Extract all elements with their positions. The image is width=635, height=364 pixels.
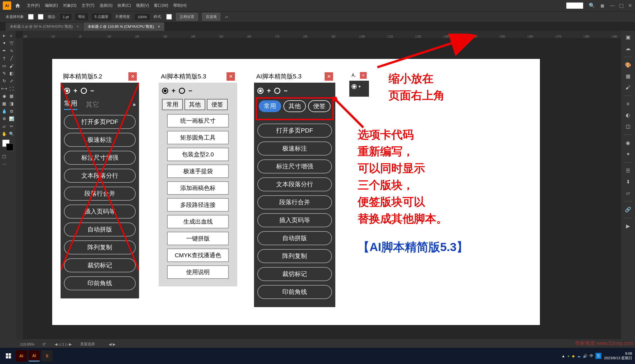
close-icon[interactable]: ✕ bbox=[227, 72, 235, 81]
canvas[interactable]: 2010010203040506070809010011012013014015… bbox=[16, 31, 621, 339]
script-button[interactable]: 打开多页PDF bbox=[64, 115, 136, 129]
shape-builder-tool-icon[interactable]: ◉ bbox=[1, 92, 8, 100]
play-icon[interactable]: ▶ bbox=[624, 222, 632, 230]
script-button[interactable]: 阵列复制 bbox=[64, 240, 136, 254]
script-button[interactable]: 印前角线 bbox=[257, 285, 332, 299]
script-button[interactable]: 标注尺寸增强 bbox=[64, 151, 136, 165]
script-button[interactable]: 极速标注 bbox=[64, 133, 136, 147]
scale-tool-icon[interactable]: ⤢ bbox=[8, 77, 15, 85]
script-button[interactable]: 插入页码等 bbox=[257, 213, 332, 227]
free-transform-tool-icon[interactable]: ⛶ bbox=[8, 85, 15, 92]
tray-icon[interactable]: ▲ bbox=[562, 354, 565, 358]
script-button[interactable]: 打开多页PDF bbox=[257, 124, 332, 138]
menu-object[interactable]: 对象(O) bbox=[63, 3, 77, 8]
direct-select-tool-icon[interactable]: ▹ bbox=[8, 32, 15, 39]
color-panel-icon[interactable]: 🎨 bbox=[624, 61, 632, 69]
color-picker[interactable] bbox=[2, 140, 13, 151]
stroke-width-field[interactable]: 1 pt bbox=[60, 14, 71, 20]
menu-edit[interactable]: 编辑(E) bbox=[45, 3, 58, 8]
radio-off-icon[interactable] bbox=[179, 88, 185, 94]
eyedropper-tool-icon[interactable]: 💧 bbox=[1, 108, 8, 115]
radio-off-icon[interactable] bbox=[274, 88, 280, 94]
links-panel-icon[interactable]: 🔗 bbox=[624, 205, 632, 214]
screen-mode-icon[interactable]: ▢ bbox=[1, 153, 8, 160]
taskbar-ai-icon[interactable]: Ai bbox=[16, 350, 27, 361]
script-button[interactable]: 阵列复制 bbox=[257, 249, 332, 263]
libraries-panel-icon[interactable]: ☁ bbox=[624, 44, 632, 53]
taskbar-ai-icon-active[interactable]: Ai bbox=[29, 350, 40, 361]
pen-tool-icon[interactable]: ✒ bbox=[1, 47, 8, 54]
lasso-tool-icon[interactable]: ➰ bbox=[8, 40, 15, 47]
close-tab-icon[interactable]: × bbox=[77, 24, 79, 29]
properties-panel-icon[interactable]: ▣ bbox=[624, 33, 632, 41]
line-tool-icon[interactable]: ╱ bbox=[8, 55, 15, 62]
doc-tab-2[interactable]: 未标题-2 @ 110.65 % (CMYK/CPU 预览) × bbox=[84, 22, 164, 31]
script-button[interactable]: 极速手提袋 bbox=[167, 164, 229, 178]
script-button[interactable]: 使用说明 bbox=[167, 265, 229, 279]
brushes-panel-icon[interactable]: 🖌 bbox=[624, 83, 632, 92]
script-button[interactable]: 自动拼版 bbox=[257, 231, 332, 245]
swatches-panel-icon[interactable]: ▦ bbox=[624, 72, 632, 80]
tray-volume-icon[interactable]: 🔊 bbox=[583, 354, 587, 358]
start-button-icon[interactable] bbox=[3, 350, 14, 361]
system-tray[interactable]: ▲ ● ◆ ☁ 🔊 中 五 bbox=[562, 353, 601, 359]
close-icon[interactable]: ✕ bbox=[325, 72, 333, 81]
close-icon[interactable]: ✕ bbox=[128, 72, 137, 81]
menu-effect[interactable]: 效果(C) bbox=[117, 3, 131, 8]
radio-on-icon[interactable] bbox=[352, 84, 357, 89]
close-icon[interactable]: ✕ bbox=[360, 72, 367, 79]
fill-swatch[interactable] bbox=[28, 14, 34, 20]
artboard-nav[interactable]: ◀ ◁ 1 ▷ ▶ bbox=[55, 342, 72, 346]
selection-tool-icon[interactable]: ▸ bbox=[1, 32, 8, 39]
asset-export-panel-icon[interactable]: ⬇ bbox=[624, 178, 632, 186]
win-maximize-icon[interactable]: ▢ bbox=[619, 3, 624, 9]
brush-tool-icon[interactable]: 🖌 bbox=[8, 62, 15, 69]
prefs-button[interactable]: 首选项 bbox=[202, 13, 220, 21]
transparency-panel-icon[interactable]: ◫ bbox=[624, 122, 632, 131]
script-button[interactable]: 自动拼版 bbox=[64, 222, 136, 237]
script-button[interactable]: 统一画板尺寸 bbox=[167, 114, 229, 127]
magic-wand-tool-icon[interactable]: ✦ bbox=[1, 40, 8, 47]
width-tool-icon[interactable]: ⟷ bbox=[1, 85, 8, 92]
script-button[interactable]: 裁切标记 bbox=[257, 267, 332, 281]
tab-notes[interactable]: 便签 bbox=[207, 99, 228, 110]
script-button[interactable]: 极速标注 bbox=[257, 142, 332, 156]
tray-ime-icon[interactable]: 中 bbox=[590, 353, 593, 358]
graphic-styles-panel-icon[interactable]: ✦ bbox=[624, 150, 632, 158]
layers-panel-icon[interactable]: ☰ bbox=[624, 166, 632, 175]
tray-icon[interactable]: ● bbox=[567, 354, 570, 358]
radio-on-icon[interactable] bbox=[64, 88, 70, 94]
perspective-tool-icon[interactable]: ▦ bbox=[8, 92, 15, 100]
more-icon[interactable]: » bbox=[133, 101, 136, 108]
curvature-tool-icon[interactable]: ∿ bbox=[8, 47, 15, 54]
radio-off-icon[interactable] bbox=[81, 88, 87, 94]
rotate-angle[interactable]: 0° bbox=[43, 342, 46, 346]
eraser-tool-icon[interactable]: ◧ bbox=[8, 70, 15, 77]
tray-icon[interactable]: ◆ bbox=[572, 354, 575, 358]
menu-select[interactable]: 选择(S) bbox=[100, 3, 113, 8]
search-icon[interactable]: 🔍 bbox=[589, 3, 595, 9]
rotate-tool-icon[interactable]: ↻ bbox=[1, 77, 8, 85]
script-button[interactable]: 印前角线 bbox=[64, 276, 136, 290]
script-button[interactable]: 添加画稿色标 bbox=[167, 181, 229, 195]
script-button[interactable]: 裁切标记 bbox=[64, 258, 136, 272]
gradient-panel-icon[interactable]: ◐ bbox=[624, 111, 632, 119]
zoom-tool-icon[interactable]: 🔍 bbox=[8, 130, 15, 138]
artboard-tool-icon[interactable]: ▱ bbox=[1, 123, 8, 130]
radio-on-icon[interactable] bbox=[257, 88, 264, 94]
slice-tool-icon[interactable]: ✂ bbox=[8, 123, 15, 130]
taskbar-clock[interactable]: 9:06 2023/8/13 星期日 bbox=[604, 351, 632, 360]
tab-notes[interactable]: 便签 bbox=[308, 100, 331, 112]
symbol-spray-tool-icon[interactable]: ✲ bbox=[1, 115, 8, 122]
doc-tab-1[interactable]: 未标题-2.ai @ 50 % (CMYK/CPU 预览) × bbox=[6, 22, 83, 31]
script-button[interactable]: 文本段落分行 bbox=[64, 169, 136, 183]
menu-view[interactable]: 视图(V) bbox=[136, 3, 149, 8]
opacity-field[interactable]: 100% bbox=[135, 14, 149, 20]
artboards-panel-icon[interactable]: ▱ bbox=[624, 189, 632, 197]
top-search-box[interactable] bbox=[566, 3, 583, 9]
graph-tool-icon[interactable]: 📊 bbox=[8, 115, 15, 122]
script-button[interactable]: 文本段落分行 bbox=[257, 177, 332, 191]
close-tab-icon[interactable]: × bbox=[158, 24, 160, 29]
align-icon[interactable]: ⫞▸ bbox=[225, 15, 228, 19]
script-button[interactable]: 一键拼版 bbox=[167, 232, 229, 245]
